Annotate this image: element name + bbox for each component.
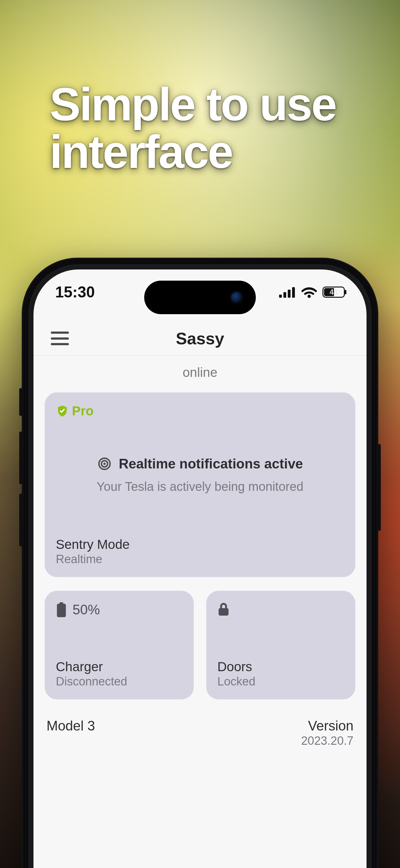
svg-point-2 [103,463,105,465]
vehicle-status: online [45,356,355,393]
shield-check-icon [56,404,69,417]
cellular-signal-icon [279,286,296,298]
wifi-icon [301,286,317,298]
battery-indicator: 48 [323,286,345,298]
vehicle-model: Model 3 [46,718,95,734]
app-title: Sassy [176,329,224,348]
sentry-section-label: Sentry Mode [56,537,344,552]
charger-percent: 50% [72,602,100,617]
phone-bezel: 15:30 48 [29,265,371,868]
sentry-title: Realtime notifications active [119,456,303,471]
promo-screenshot: Simple to use interface 15:30 [0,0,400,868]
status-time: 15:30 [55,283,95,301]
charger-label: Charger [56,659,182,674]
dynamic-island [144,281,256,314]
target-icon [97,456,112,471]
sentry-card[interactable]: Pro Realtime notifications active [45,393,355,577]
svg-rect-4 [60,602,63,604]
pro-badge-label: Pro [72,404,94,418]
svg-rect-5 [219,608,229,616]
status-indicators: 48 [279,286,345,298]
svg-rect-3 [57,604,66,617]
doors-status: Locked [218,675,344,688]
phone-power-button [378,444,381,531]
tile-grid: 50% Charger Disconnected [45,591,355,700]
charger-tile[interactable]: 50% Charger Disconnected [45,591,194,700]
battery-icon [56,602,67,617]
phone-screen: 15:30 48 [33,270,367,868]
sentry-mode: Realtime [56,553,344,566]
hamburger-icon [51,332,69,334]
promo-headline: Simple to use interface [49,81,336,176]
version-value: 2023.20.7 [301,734,354,748]
doors-label: Doors [218,659,344,674]
front-camera-icon [231,292,242,303]
footer-row: Model 3 Version 2023.20.7 [45,718,355,748]
headline-line-2: interface [49,126,232,178]
main-content: online Pro [33,356,367,868]
sentry-subtitle: Your Tesla is actively being monitored [56,479,344,494]
doors-tile[interactable]: Doors Locked [206,591,355,700]
battery-level: 48 [330,288,338,297]
lock-icon [218,602,230,617]
version-label: Version [301,718,354,734]
menu-button[interactable] [51,332,69,345]
app-bar: Sassy [33,321,367,356]
charger-status: Disconnected [56,675,182,688]
phone-volume-up [19,432,22,484]
phone-frame: 15:30 48 [22,258,378,868]
pro-badge: Pro [56,404,94,418]
phone-volume-down [19,494,22,547]
phone-mute-switch [19,388,22,416]
headline-line-1: Simple to use [49,78,336,130]
